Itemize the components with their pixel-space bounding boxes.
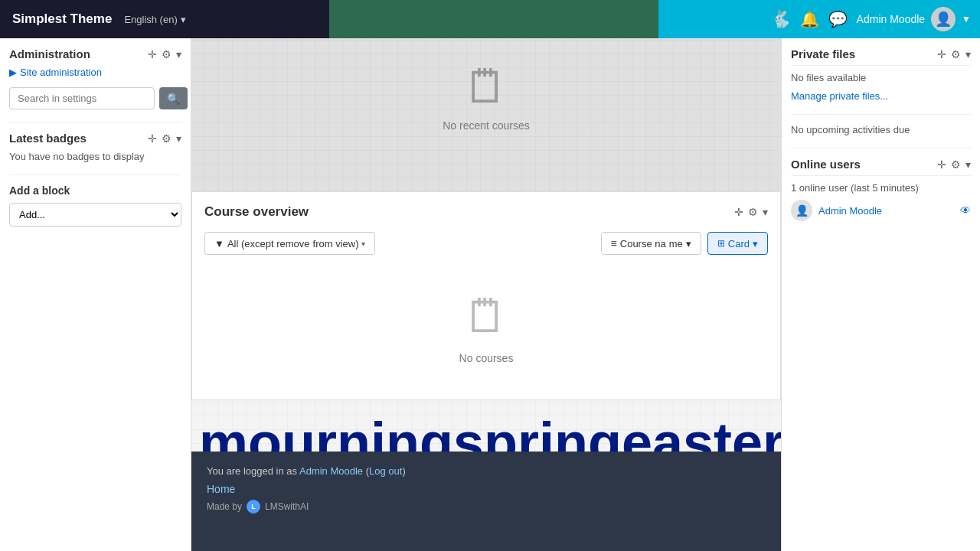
main-content: 🗒 No recent courses Course overview ✛ ⚙ …	[191, 38, 781, 551]
filter-suffix: from view)	[313, 238, 359, 249]
course-filters-bar: ▼ All (except remove from view) ▾ ≡ Cour…	[204, 232, 768, 255]
online-user-name[interactable]: Admin Moodle	[818, 205, 882, 217]
card-view-button[interactable]: ⊞ Card ▾	[707, 232, 768, 255]
online-users-summary: 1 online user (last 5 minutes)	[791, 182, 971, 194]
user-name: Admin Moodle	[857, 13, 926, 25]
co-move-icon[interactable]: ✛	[734, 206, 743, 218]
manage-files-link[interactable]: Manage private files...	[791, 90, 888, 102]
administration-block-header: Administration ✛ ⚙ ▾	[9, 47, 181, 60]
card-label: Card	[728, 238, 750, 249]
divider-1	[9, 122, 181, 122]
lms-logo: L	[247, 500, 260, 514]
co-dropdown-icon[interactable]: ▾	[763, 206, 768, 218]
search-input[interactable]	[9, 87, 155, 109]
footer: You are logged in as Admin Moodle (Log o…	[191, 452, 781, 551]
lang-dropdown-icon: ▾	[181, 14, 186, 25]
divider-2	[9, 174, 181, 175]
online-users-header: Online users ✛ ⚙ ▾	[791, 158, 971, 176]
pf-gear-icon[interactable]: ⚙	[951, 48, 961, 60]
badges-gear-icon[interactable]: ⚙	[162, 132, 172, 145]
logged-in-text: You are logged in as	[207, 465, 297, 477]
no-courses-area: 🗒 No courses	[204, 267, 768, 387]
footer-content: You are logged in as Admin Moodle (Log o…	[207, 464, 406, 514]
card-arrow: ▾	[753, 238, 758, 249]
search-button[interactable]: 🔍	[159, 87, 188, 109]
home-link[interactable]: Home	[207, 483, 235, 495]
user-dropdown-arrow[interactable]: ▼	[962, 14, 971, 24]
private-files-header: Private files ✛ ⚙ ▾	[791, 47, 971, 66]
filter-icon: ▼	[214, 238, 224, 249]
top-nav: Simplest Theme English (en) ▾ 🐇 🔔 💬 Admi…	[0, 0, 980, 38]
site-title: Simplest Theme	[12, 11, 112, 27]
badges-title: Latest badges	[9, 132, 87, 145]
eye-icon[interactable]: 👁	[960, 204, 971, 217]
page-wrapper: Administration ✛ ⚙ ▾ ▶ Site administrati…	[0, 38, 980, 551]
brand-area: Simplest Theme English (en) ▾	[0, 0, 329, 38]
sort-icon: ≡	[611, 237, 617, 249]
add-block-section: Add a block Add...	[9, 184, 181, 227]
nav-right: 🐇 🔔 💬 Admin Moodle 👤 ▼	[658, 0, 980, 38]
course-overview-actions: ✛ ⚙ ▾	[734, 206, 768, 218]
pf-dropdown-icon[interactable]: ▾	[965, 48, 971, 60]
online-users-actions: ✛ ⚙ ▾	[937, 158, 971, 171]
site-admin-label: Site administration	[20, 67, 102, 78]
badges-dropdown-icon[interactable]: ▾	[176, 132, 181, 145]
private-files-actions: ✛ ⚙ ▾	[937, 48, 971, 60]
private-files-title: Private files	[791, 47, 855, 60]
recent-courses-area: 🗒 No recent courses	[191, 38, 781, 153]
online-users-block: Online users ✛ ⚙ ▾ 1 online user (last 5…	[791, 158, 971, 221]
badges-actions: ✛ ⚙ ▾	[148, 132, 181, 145]
footer-username-link[interactable]: Admin Moodle	[299, 465, 363, 477]
ou-move-icon[interactable]: ✛	[937, 158, 946, 171]
bell-icon[interactable]: 🔔	[800, 10, 819, 28]
recent-courses-section: 🗒 No recent courses	[191, 38, 781, 191]
badges-move-icon[interactable]: ✛	[148, 132, 157, 145]
no-files-text: No files available	[791, 72, 971, 83]
online-user-avatar: 👤	[791, 200, 812, 221]
co-gear-icon[interactable]: ⚙	[748, 206, 758, 218]
rabbit-icon: 🐇	[770, 9, 791, 29]
no-badges-text: You have no badges to display	[9, 151, 181, 162]
chat-icon[interactable]: 💬	[828, 10, 848, 28]
sort-button[interactable]: ≡ Course na me ▾	[601, 232, 701, 255]
gear-icon[interactable]: ⚙	[162, 48, 172, 60]
course-overview-block: Course overview ✛ ⚙ ▾ ▼ All (except remo…	[191, 191, 781, 400]
footer-made-by: Made by L LMSwithAI	[207, 500, 406, 514]
add-block-select[interactable]: Add...	[9, 203, 181, 227]
sort-arrow: ▾	[686, 238, 691, 249]
filter-all-button[interactable]: ▼ All (except remove from view) ▾	[204, 232, 375, 255]
right-divider	[791, 114, 971, 115]
sort-suffix: me	[669, 238, 683, 249]
no-upcoming-text: No upcoming activities due	[791, 124, 971, 135]
search-settings-container: 🔍	[9, 87, 181, 109]
ou-dropdown-icon[interactable]: ▾	[965, 158, 971, 171]
filter-label: All (except remove	[227, 238, 310, 249]
sort-label: Course na	[620, 238, 666, 249]
add-block-title: Add a block	[9, 184, 181, 197]
lms-brand: LMSwithAI	[265, 501, 309, 512]
administration-actions: ✛ ⚙ ▾	[148, 48, 181, 60]
pf-move-icon[interactable]: ✛	[937, 48, 946, 60]
site-admin-link[interactable]: ▶ Site administration	[9, 67, 181, 78]
logout-link[interactable]: Log out	[369, 465, 402, 477]
upcoming-activities-block: No upcoming activities due	[791, 124, 971, 135]
course-icon: 🗒	[463, 60, 509, 113]
administration-title: Administration	[9, 47, 90, 60]
footer-login-info: You are logged in as Admin Moodle (Log o…	[207, 464, 406, 480]
ou-gear-icon[interactable]: ⚙	[951, 158, 961, 171]
lang-label: English (en)	[124, 14, 177, 25]
dropdown-icon[interactable]: ▾	[176, 48, 181, 60]
course-overview-header: Course overview ✛ ⚙ ▾	[204, 204, 768, 220]
language-selector[interactable]: English (en) ▾	[124, 14, 185, 25]
badges-block-header: Latest badges ✛ ⚙ ▾	[9, 132, 181, 145]
made-by-text: Made by	[207, 501, 242, 512]
no-recent-courses-text: No recent courses	[443, 119, 530, 132]
user-menu[interactable]: Admin Moodle 👤 ▼	[857, 7, 971, 31]
left-sidebar: Administration ✛ ⚙ ▾ ▶ Site administrati…	[0, 38, 191, 551]
filter-arrow: ▾	[361, 240, 365, 248]
latest-badges-block: Latest badges ✛ ⚙ ▾ You have no badges t…	[9, 132, 181, 162]
online-users-title: Online users	[791, 158, 861, 171]
online-user-item: 👤 Admin Moodle 👁	[791, 200, 971, 221]
move-icon[interactable]: ✛	[148, 48, 157, 60]
avatar: 👤	[931, 7, 956, 31]
